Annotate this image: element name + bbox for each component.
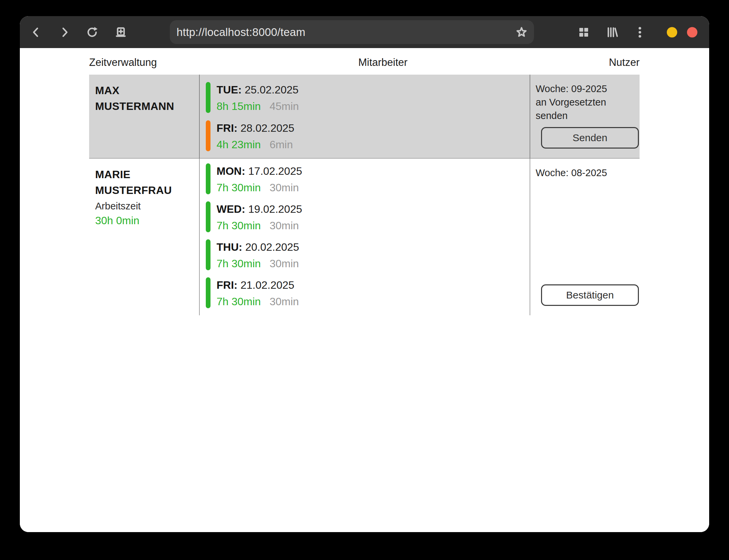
team-table: MAX MUSTERMANN TUE:25.02.2025 8h 15m bbox=[89, 75, 640, 313]
status-bar bbox=[206, 239, 210, 270]
employee-first-name: MAX bbox=[95, 83, 199, 98]
status-bar bbox=[206, 120, 210, 151]
entry-day: MON: bbox=[217, 165, 245, 177]
time-entry: THU:20.02.2025 7h 30min30min bbox=[206, 239, 530, 270]
entry-pause-time: 30min bbox=[270, 219, 299, 232]
senden-button[interactable]: Senden bbox=[541, 127, 639, 149]
time-entries-cell: MON:17.02.2025 7h 30min30min bbox=[199, 159, 530, 315]
back-button[interactable] bbox=[29, 26, 43, 39]
status-bar bbox=[206, 82, 210, 113]
entry-date: 17.02.2025 bbox=[248, 165, 302, 177]
employee-name-cell: MARIE MUSTERFRAU Arbeitszeit 30h 0min bbox=[89, 159, 199, 315]
employee-row-max: MAX MUSTERMANN TUE:25.02.2025 8h 15m bbox=[89, 75, 640, 159]
entry-pause-time: 30min bbox=[270, 182, 299, 194]
star-icon bbox=[515, 26, 528, 39]
library-button[interactable] bbox=[605, 26, 619, 39]
entry-day: FRI: bbox=[217, 279, 237, 291]
entry-text: MON:17.02.2025 7h 30min30min bbox=[217, 163, 302, 194]
page-content: Zeitverwaltung Mitarbeiter Nutzer MAX MU… bbox=[20, 48, 709, 532]
forward-button[interactable] bbox=[58, 26, 71, 39]
time-entry: TUE:25.02.2025 8h 15min45min bbox=[206, 82, 530, 113]
week-label: Woche: 09-2025 bbox=[536, 82, 640, 95]
time-entry: FRI:21.02.2025 7h 30min30min bbox=[206, 277, 530, 308]
employee-row-marie: MARIE MUSTERFRAU Arbeitszeit 30h 0min MO… bbox=[89, 159, 640, 313]
entry-day: TUE: bbox=[217, 84, 242, 96]
minimize-button[interactable] bbox=[667, 27, 677, 37]
entry-worked-time: 7h 30min bbox=[217, 295, 261, 308]
time-entries-cell: TUE:25.02.2025 8h 15min45min bbox=[199, 75, 530, 159]
week-action-cell: Woche: 09-2025 an Vorgesetzten senden Se… bbox=[530, 75, 640, 159]
browser-window: http://localhost:8000/team bbox=[20, 16, 709, 532]
reload-icon bbox=[85, 26, 99, 39]
entry-day: FRI: bbox=[217, 122, 237, 134]
nav-item-zeitverwaltung[interactable]: Zeitverwaltung bbox=[89, 56, 157, 69]
status-bar bbox=[206, 163, 210, 194]
bestaetigen-button[interactable]: Bestätigen bbox=[541, 284, 639, 306]
entry-worked-time: 7h 30min bbox=[217, 219, 261, 232]
main-nav: Zeitverwaltung Mitarbeiter Nutzer bbox=[89, 56, 640, 69]
entry-date: 28.02.2025 bbox=[240, 122, 294, 134]
employee-name-cell: MAX MUSTERMANN bbox=[89, 75, 199, 159]
week-action-cell: Woche: 08-2025 Bestätigen bbox=[530, 159, 640, 315]
new-window-button[interactable] bbox=[114, 26, 127, 39]
library-icon bbox=[605, 26, 619, 39]
entry-worked-time: 8h 15min bbox=[217, 100, 261, 112]
status-bar bbox=[206, 277, 210, 308]
menu-button[interactable] bbox=[633, 26, 647, 39]
time-entry: FRI:28.02.2025 4h 23min6min bbox=[206, 120, 530, 151]
entry-day: WED: bbox=[217, 203, 245, 215]
entry-pause-time: 6min bbox=[270, 138, 293, 151]
entry-text: FRI:21.02.2025 7h 30min30min bbox=[217, 277, 299, 308]
worktime-label: Arbeitszeit bbox=[95, 199, 199, 213]
apps-grid-button[interactable] bbox=[577, 26, 590, 39]
entry-pause-time: 45min bbox=[270, 100, 299, 112]
entry-date: 19.02.2025 bbox=[248, 203, 302, 215]
close-button[interactable] bbox=[687, 27, 697, 37]
entry-pause-time: 30min bbox=[270, 257, 299, 270]
reload-button[interactable] bbox=[85, 26, 99, 39]
bookmark-button[interactable] bbox=[515, 26, 528, 39]
employee-last-name: MUSTERFRAU bbox=[95, 183, 199, 198]
nav-item-nutzer[interactable]: Nutzer bbox=[609, 56, 640, 69]
grid-icon bbox=[577, 26, 590, 39]
new-window-icon bbox=[114, 26, 127, 39]
status-bar bbox=[206, 201, 210, 232]
nav-item-mitarbeiter[interactable]: Mitarbeiter bbox=[358, 56, 407, 69]
browser-toolbar: http://localhost:8000/team bbox=[20, 16, 709, 48]
entry-worked-time: 7h 30min bbox=[217, 257, 261, 270]
kebab-menu-icon bbox=[633, 26, 647, 39]
entry-day: THU: bbox=[217, 241, 242, 253]
week-note-line1: an Vorgesetzten bbox=[536, 95, 640, 109]
entry-text: TUE:25.02.2025 8h 15min45min bbox=[217, 82, 299, 113]
entry-date: 25.02.2025 bbox=[245, 84, 299, 96]
time-entry: WED:19.02.2025 7h 30min30min bbox=[206, 201, 530, 232]
week-note-line2: senden bbox=[536, 109, 640, 122]
entry-worked-time: 7h 30min bbox=[217, 182, 261, 194]
entry-date: 20.02.2025 bbox=[245, 241, 299, 253]
screen: http://localhost:8000/team bbox=[0, 0, 729, 560]
worktime-value: 30h 0min bbox=[95, 213, 199, 228]
entry-text: WED:19.02.2025 7h 30min30min bbox=[217, 201, 302, 232]
back-icon bbox=[29, 26, 43, 39]
week-label: Woche: 08-2025 bbox=[536, 166, 640, 179]
entry-text: FRI:28.02.2025 4h 23min6min bbox=[217, 120, 294, 151]
entry-worked-time: 4h 23min bbox=[217, 138, 261, 151]
employee-last-name: MUSTERMANN bbox=[95, 98, 199, 114]
entry-text: THU:20.02.2025 7h 30min30min bbox=[217, 239, 299, 270]
url-bar[interactable]: http://localhost:8000/team bbox=[170, 20, 534, 44]
url-text[interactable]: http://localhost:8000/team bbox=[177, 26, 305, 39]
employee-first-name: MARIE bbox=[95, 167, 199, 183]
entry-pause-time: 30min bbox=[270, 295, 299, 308]
forward-icon bbox=[58, 26, 71, 39]
time-entry: MON:17.02.2025 7h 30min30min bbox=[206, 163, 530, 194]
entry-date: 21.02.2025 bbox=[240, 279, 294, 291]
